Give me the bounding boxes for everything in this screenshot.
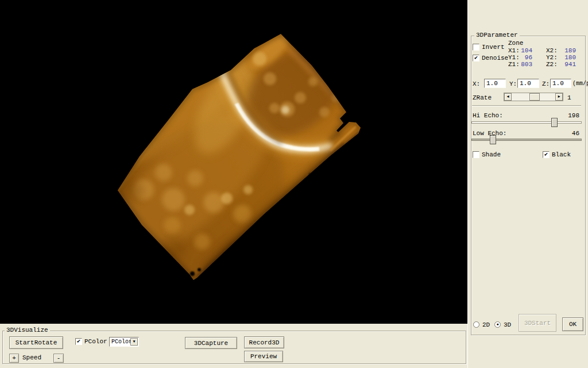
radio-dot-icon: ● [496,322,498,327]
zone-y2-value: 180 [554,54,576,61]
ok-button[interactable]: OK [562,317,583,331]
chevron-down-icon: ▼ [133,339,135,344]
z-scale-input[interactable] [550,79,571,88]
ultrasound-volume-render [0,0,467,324]
y-scale-label: Y: [509,80,517,87]
zrate-scroll-right-button[interactable]: ► [555,93,563,101]
black-label: Black [552,151,571,158]
hi-echo-value: 198 [554,112,579,119]
record3d-button[interactable]: Record3D [244,336,284,348]
shade-label: Shade [482,151,501,158]
separator [472,105,581,106]
pcolor-select[interactable]: PColor ▼ [109,337,139,347]
pcolor-checkbox[interactable]: ✔ [75,338,82,345]
denoise-checkmark-icon: ✔ [474,55,478,61]
mode-2d-radio[interactable] [473,321,479,328]
pcolor-select-arrow-button[interactable]: ▼ [130,338,138,346]
start-rotate-button[interactable]: StartRotate [9,336,63,349]
invert-checkbox[interactable] [473,44,479,51]
z-scale-label: Z: [542,80,550,87]
speed-label: Speed [22,354,41,361]
parameter-panel: 3DParameter Invert ✔ Denoise Zone X1: 10… [467,0,588,368]
zone-x1-value: 104 [516,47,532,54]
low-echo-value: 46 [554,130,579,137]
zone-x2-value: 189 [554,47,576,54]
denoise-label: Denoise [482,55,508,62]
low-echo-slider[interactable] [471,139,582,141]
arrow-right-icon: ► [558,94,560,99]
zone-z1-value: 803 [516,61,532,68]
zone-y1-value: 96 [516,54,532,61]
zrate-label: ZRate [473,94,492,101]
zrate-value: 1 [567,94,571,101]
app-window: 3DParameter Invert ✔ Denoise Zone X1: 10… [0,0,588,368]
hi-echo-slider[interactable] [471,121,582,124]
black-checkbox[interactable]: ✔ [543,151,550,158]
3dstart-button[interactable]: 3DStart [519,314,556,332]
zrate-scroll-left-button[interactable]: ◄ [504,93,512,101]
invert-label: Invert [482,44,505,51]
pcolor-label: PColor [84,338,107,345]
zrate-scrollbar[interactable]: ◄ ► [504,93,563,101]
hi-echo-label: Hi Echo: [473,112,503,119]
x-scale-input[interactable] [484,79,506,88]
black-checkmark-icon: ✔ [544,151,548,158]
zrate-scrollbar-thumb[interactable] [529,93,540,101]
speed-minus-button[interactable]: - [53,354,64,363]
visualize-panel: 3DVisualize StartRotate ✔ PColor PColor … [0,324,467,368]
parameter-group-title: 3DParameter [474,32,520,39]
zone-label: Zone [508,40,523,47]
low-echo-slider-thumb[interactable] [490,135,496,144]
mode-2d-label: 2D [482,321,490,328]
x-scale-label: X: [473,80,480,87]
y-scale-input[interactable] [517,79,539,88]
scale-unit-label: (mm/p) [572,80,588,87]
arrow-left-icon: ◄ [506,94,509,99]
render-canvas[interactable] [0,0,467,324]
zone-z2-value: 941 [554,61,576,68]
preview-button[interactable]: Preview [244,351,283,362]
shade-checkbox[interactable] [473,151,479,158]
hi-echo-slider-thumb[interactable] [551,118,558,127]
pcolor-checkmark-icon: ✔ [77,338,80,344]
3dcapture-button[interactable]: 3DCapture [185,337,237,349]
mode-3d-radio[interactable]: ● [494,321,501,328]
pcolor-select-value: PColor [111,339,132,345]
speed-plus-button[interactable]: + [9,354,19,363]
visualize-group-title: 3DVisualize [5,327,50,334]
denoise-checkbox[interactable]: ✔ [473,55,479,62]
mode-3d-label: 3D [504,321,511,328]
